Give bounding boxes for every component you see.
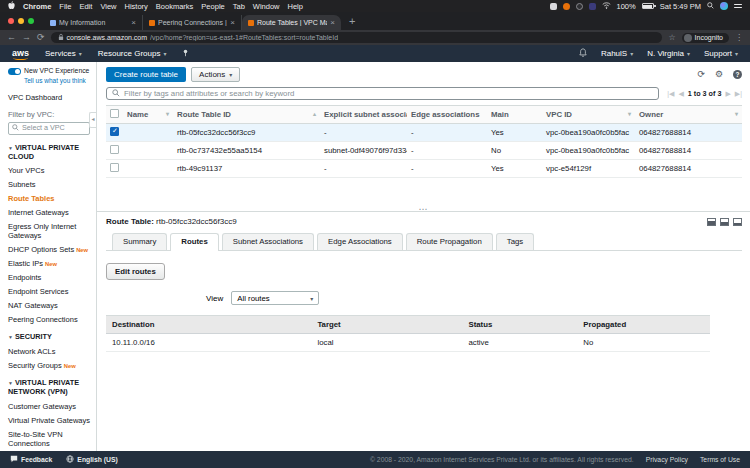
menu-history[interactable]: History (125, 2, 148, 11)
sidebar-item-virtual-private-gateways[interactable]: Virtual Private Gateways (8, 416, 92, 425)
table-row[interactable]: rtb-05fcc32dcc56f3cc9 - - Yes vpc-0bea19… (106, 124, 742, 142)
refresh-icon[interactable]: ⟳ (697, 70, 705, 79)
privacy-policy-link[interactable]: Privacy Policy (646, 456, 688, 463)
last-page-icon[interactable]: ▶| (735, 90, 742, 98)
tab-subnet-associations[interactable]: Subnet Associations (222, 233, 314, 250)
sidebar-item-network-acls[interactable]: Network ACLs (8, 347, 92, 356)
wifi-icon[interactable] (602, 2, 611, 11)
sidebar-item-your-vpcs[interactable]: Your VPCs (8, 166, 92, 175)
menu-people[interactable]: People (201, 2, 224, 11)
sidebar-item-endpoint-services[interactable]: Endpoint Services (8, 287, 92, 296)
language-selector[interactable]: English (US) (66, 455, 117, 464)
sidebar-item-internet-gateways[interactable]: Internet Gateways (8, 208, 92, 217)
close-tab-icon[interactable]: × (330, 18, 335, 27)
table-row[interactable]: rtb-0c737432e55aa5154 subnet-0df49076f97… (106, 142, 742, 160)
new-vpc-experience-toggle[interactable]: New VPC Experience (8, 67, 92, 75)
select-all-checkbox[interactable] (110, 109, 119, 118)
close-tab-icon[interactable]: × (131, 18, 136, 27)
browser-tab-route-tables[interactable]: Route Tables | VPC Managem × (242, 15, 341, 30)
sidebar-item-elastic-ips[interactable]: Elastic IPsNew (8, 259, 92, 268)
row-checkbox[interactable] (110, 127, 119, 136)
row-checkbox[interactable] (110, 145, 119, 154)
tab-summary[interactable]: Summary (112, 233, 167, 250)
nav-region[interactable]: N. Virginia ▾ (647, 49, 690, 58)
minimize-window-button[interactable] (18, 18, 24, 24)
tab-routes[interactable]: Routes (170, 233, 218, 251)
cell-vpc-link[interactable]: vpc-0bea190a0fc0b5fac (542, 142, 635, 160)
aws-logo[interactable]: aws (12, 48, 29, 59)
tab-route-propagation[interactable]: Route Propagation (406, 233, 493, 250)
menu-edit[interactable]: Edit (79, 2, 92, 11)
back-icon[interactable]: ← (7, 33, 16, 42)
menu-tab[interactable]: Tab (233, 2, 245, 11)
new-tab-button[interactable]: + (349, 15, 355, 27)
sidebar-item-nat-gateways[interactable]: NAT Gateways (8, 301, 92, 310)
edit-routes-button[interactable]: Edit routes (106, 263, 165, 280)
col-main[interactable]: Main (487, 106, 542, 124)
spotlight-icon[interactable] (707, 2, 714, 11)
siri-icon[interactable] (720, 2, 728, 10)
maximize-window-button[interactable] (28, 18, 34, 24)
col-owner[interactable]: Owner▾ (635, 106, 742, 124)
tab-tags[interactable]: Tags (496, 233, 534, 250)
menubar-app-icon-1[interactable] (550, 3, 557, 10)
drag-handle-icon[interactable]: ⋯ (419, 204, 429, 214)
cell-vpc-link[interactable]: vpc-0bea190a0fc0b5fac (542, 124, 635, 142)
filter-input[interactable]: Filter by tags and attributes or search … (106, 87, 659, 100)
pane-splitter[interactable]: ⋯ (97, 211, 750, 212)
sidebar-item-peering-connections[interactable]: Peering Connections (8, 315, 92, 324)
menubar-app-icon-2[interactable] (563, 3, 570, 10)
section-security[interactable]: ▼SECURITY (8, 333, 92, 342)
gear-icon[interactable]: ⚙ (715, 70, 723, 79)
col-route-table-id[interactable]: Route Table ID▴ (173, 106, 320, 124)
tab-edge-associations[interactable]: Edge Associations (317, 233, 403, 250)
feedback-link[interactable]: Feedback (10, 455, 52, 464)
menu-file[interactable]: File (59, 2, 71, 11)
nav-resource-groups[interactable]: Resource Groups ▾ (98, 49, 167, 58)
apple-icon[interactable] (8, 1, 15, 12)
close-tab-icon[interactable]: × (230, 18, 235, 27)
sidebar-item-site-to-site-vpn-connections[interactable]: Site-to-Site VPN Connections (8, 430, 92, 448)
menu-chrome[interactable]: Chrome (23, 2, 51, 11)
col-explicit-subnet-association[interactable]: Explicit subnet association (320, 106, 407, 124)
route-row[interactable]: 10.11.0.0/16 local active No (106, 334, 710, 352)
menu-help[interactable]: Help (288, 2, 303, 11)
nav-user[interactable]: RahulS ▾ (601, 49, 633, 58)
first-page-icon[interactable]: |◀ (667, 90, 674, 98)
help-icon[interactable]: ? (733, 70, 742, 79)
layout-hide-pane-icon[interactable] (733, 218, 742, 226)
forward-icon[interactable]: → (22, 33, 31, 42)
menubar-app-icon-3[interactable] (576, 3, 583, 10)
menu-view[interactable]: View (100, 2, 116, 11)
reload-icon[interactable]: ⟳ (37, 33, 45, 42)
sidebar-item-egress-only-internet-gateways[interactable]: Egress Only Internet Gateways (8, 222, 92, 240)
actions-button[interactable]: Actions ▾ (191, 67, 240, 82)
nav-services[interactable]: Services ▾ (45, 49, 82, 58)
layout-split-pane-icon[interactable] (720, 218, 729, 226)
menubar-app-icon-4[interactable] (589, 3, 596, 10)
bookmark-star-icon[interactable]: ☆ (668, 33, 675, 42)
col-edge-associations[interactable]: Edge associations (407, 106, 487, 124)
toggle-switch[interactable] (8, 68, 21, 75)
sidebar-item-customer-gateways[interactable]: Customer Gateways (8, 402, 92, 411)
cell-vpc-link[interactable]: vpc-e54f129f (542, 160, 635, 178)
browser-menu-icon[interactable]: ⋮ (735, 33, 743, 42)
next-page-icon[interactable]: ▶ (725, 90, 730, 98)
bell-icon[interactable] (579, 48, 587, 59)
address-bar[interactable]: console.aws.amazon.com/vpc/home?region=u… (51, 32, 663, 43)
layout-bottom-pane-icon[interactable] (707, 218, 716, 226)
select-vpc-input[interactable]: Select a VPC (8, 122, 90, 135)
col-name[interactable]: Name▾ (123, 106, 173, 124)
row-checkbox[interactable] (110, 163, 119, 172)
sidebar-item-security-groups[interactable]: Security GroupsNew (8, 361, 92, 370)
browser-tab-my-information[interactable]: My Information × (44, 15, 143, 30)
sidebar-collapse-handle[interactable]: ◂ (89, 112, 96, 128)
prev-page-icon[interactable]: ◀ (678, 90, 683, 98)
menu-window[interactable]: Window (253, 2, 280, 11)
browser-tab-peering-connections[interactable]: Peering Connections | VPC Ma × (143, 15, 242, 30)
table-row[interactable]: rtb-49c91137 - - Yes vpc-e54f129f 064827… (106, 160, 742, 178)
sidebar-item-route-tables[interactable]: Route Tables (8, 194, 92, 203)
sidebar-item-subnets[interactable]: Subnets (8, 180, 92, 189)
col-vpc-id[interactable]: VPC ID▾ (542, 106, 635, 124)
sidebar-item-dhcp-options-sets[interactable]: DHCP Options SetsNew (8, 245, 92, 254)
